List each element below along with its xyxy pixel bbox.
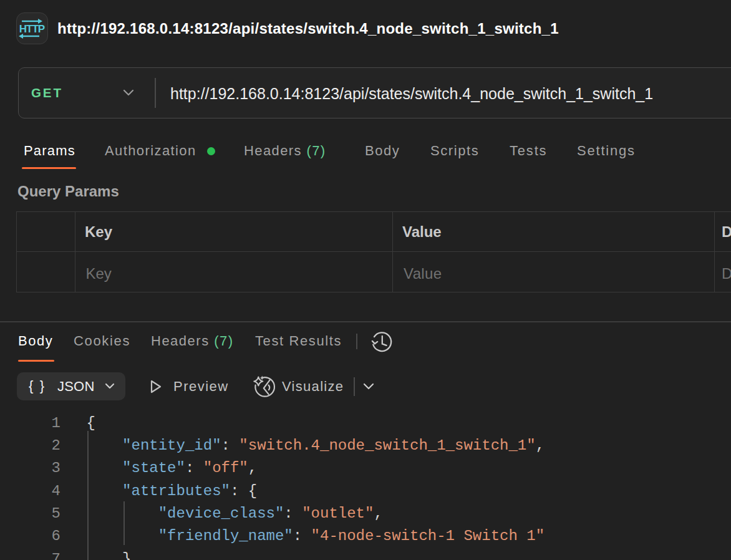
svg-text:HTTP: HTTP xyxy=(19,23,45,35)
